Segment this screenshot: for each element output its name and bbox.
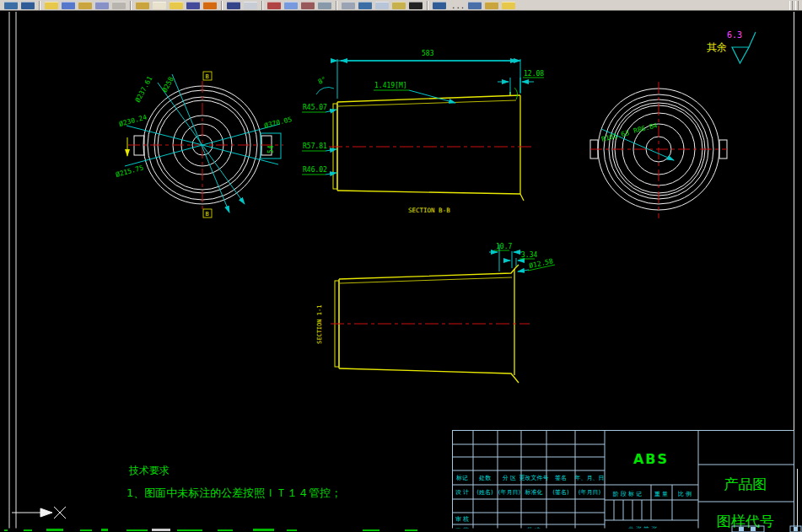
dim-label: 54 (267, 145, 275, 153)
tb-cell: (姓名) (476, 489, 493, 496)
toolbar-button[interactable] (468, 2, 482, 9)
left-end-view: Ø237.61 Ø258 Ø230.24 Ø215.75 Ø370.05 54 … (115, 72, 293, 218)
toolbar-button[interactable] (392, 2, 406, 9)
top-section-view: 583 12.08 1.419[M] 8° R45.07 R57.81 R46.… (302, 50, 544, 214)
toolbar-separator (427, 1, 428, 10)
dim-label: R86.84 (632, 121, 658, 135)
crosshair-cursor (54, 507, 66, 519)
toolbar-separator (221, 1, 223, 10)
technical-notes: 技术要求 1、图面中未标注的公差按照ＩＴ１４管控； (126, 465, 342, 499)
section-marker-label: B (206, 211, 209, 218)
tb-cell: (年月日) (498, 489, 521, 496)
toolbar-button[interactable] (485, 2, 498, 9)
dim-label: R45.07 (303, 104, 327, 111)
drawing-canvas[interactable]: 其余 6.3 (0, 11, 802, 532)
tb-cell: (年月日) (579, 489, 601, 496)
toolbar-button[interactable] (186, 2, 200, 9)
toolbar-button[interactable] (45, 2, 58, 9)
tb-cell: 审 核 (455, 516, 469, 523)
dim-label: R57.81 (303, 142, 327, 150)
dim-label: 583 (422, 50, 434, 57)
toolbar-separator (39, 1, 40, 10)
toolbar-button[interactable] (244, 2, 257, 9)
dim-label: 3.34 (521, 251, 537, 259)
section-caption: SECTION B-B (408, 207, 450, 214)
toolbar-drag-grip[interactable] (787, 1, 799, 10)
tb-header: 年、月、日 (575, 475, 605, 481)
dim-label: Ø230.24 (118, 112, 148, 127)
angle-label: 8° (317, 75, 328, 85)
surface-roughness-value: 6.3 (727, 30, 742, 40)
sheet-frame (9, 12, 798, 532)
toolbar-button[interactable] (112, 2, 126, 9)
tb-material: ABS (633, 451, 669, 467)
toolbar-button[interactable] (409, 2, 423, 9)
toolbar-button[interactable] (153, 2, 166, 9)
toolbar-button[interactable] (170, 2, 183, 9)
toolbar-button[interactable] (21, 2, 35, 9)
dim-583 (337, 59, 520, 99)
ucs-icon (12, 508, 52, 517)
toolbar-button[interactable] (136, 2, 149, 9)
commandline-strip (0, 526, 802, 532)
toolbar-button[interactable] (502, 2, 515, 9)
notes-line-1: 1、图面中未标注的公差按照ＩＴ１４管控； (126, 486, 342, 499)
toolbar-button[interactable] (301, 2, 315, 9)
surface-roughness-note: 其余 6.3 (707, 30, 756, 63)
toolbar-button[interactable] (227, 2, 240, 9)
right-end-view: R86.84 R101.63 (590, 82, 727, 218)
tb-cell: 设 计 (455, 489, 469, 496)
toolbar-button[interactable] (267, 2, 281, 9)
dim-label: Ø370.05 (263, 115, 293, 130)
tb-header: 分 区 (502, 475, 516, 481)
section-label: SECTION 1-1 (316, 305, 323, 344)
surface-finish-icon (732, 47, 749, 63)
toolbar-button[interactable] (284, 2, 298, 9)
toolbar-button[interactable] (78, 2, 92, 9)
tb-header: 签名 (555, 475, 567, 481)
taper-label: 1.419[M] (374, 82, 407, 89)
centerlines (590, 82, 727, 218)
toolbar-button[interactable] (62, 2, 75, 9)
toolbar-button[interactable] (4, 2, 18, 9)
toolbar-overflow-label: ... (451, 3, 465, 10)
tb-weight-label: 重 量 (654, 491, 668, 497)
tb-product-name: 产品图 (724, 476, 767, 492)
toolbar-button[interactable] (433, 2, 446, 9)
tb-header: 处数 (479, 475, 492, 481)
dim-label: Ø258 (160, 75, 175, 94)
title-block: 标记 处数 分 区 更改文件号 签名 年、月、日 设 计 (姓名) (年月日) … (453, 431, 794, 532)
toolbar-button[interactable] (95, 2, 109, 9)
toolbar-separator (130, 1, 132, 10)
toolbar-button[interactable] (318, 2, 331, 9)
toolbar-separator (261, 1, 263, 10)
toolbar-separator (336, 1, 337, 10)
dim-label: Ø215.75 (115, 163, 144, 178)
application-window: ... 其余 6.3 (0, 0, 802, 532)
tb-drawing-code: 图样代号 (717, 513, 774, 529)
tb-stage-label: 阶 段 标 记 (613, 491, 643, 497)
bottom-section-view: SECTION 1-1 10.7 3.34 Ø12.58 (316, 243, 555, 383)
toolbar-button[interactable] (203, 2, 217, 9)
tb-cell: 标准化 (525, 489, 543, 496)
toolbar-button[interactable] (375, 2, 389, 9)
dim-label: 12.08 (524, 70, 544, 78)
dim-label: R46.02 (303, 166, 327, 174)
dim-label: Ø237.61 (133, 74, 154, 104)
dim-label: 10.7 (496, 243, 512, 250)
toolbar-button[interactable] (342, 2, 355, 9)
toolbar: ... (0, 0, 802, 11)
tb-cell: (签名) (552, 489, 569, 496)
tb-header: 标记 (455, 475, 468, 481)
section-marker-label: B (206, 73, 209, 80)
tb-scale-label: 比 例 (678, 491, 692, 497)
tb-header: 更改文件号 (519, 474, 549, 481)
toolbar-button[interactable] (358, 2, 372, 9)
notes-title: 技术要求 (128, 465, 170, 476)
surface-note-label: 其余 (707, 41, 727, 53)
dim-step (498, 78, 534, 94)
